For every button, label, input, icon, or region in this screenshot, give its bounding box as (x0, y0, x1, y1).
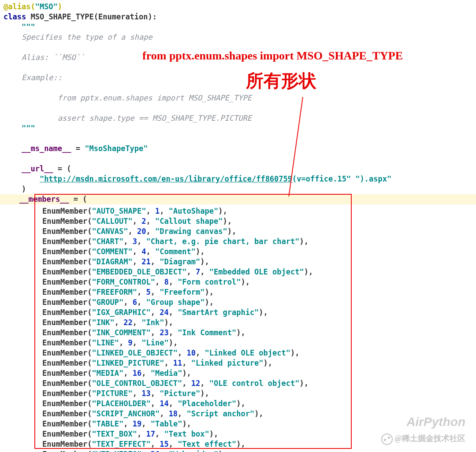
docstring-line: Example:: (22, 73, 62, 82)
watermark-brand: AirPython (406, 417, 465, 427)
decorator-line: @alias("MSO") (4, 2, 62, 11)
members-block: EnumMember("AUTO_SHAPE", 1, "AutoShape")… (0, 204, 476, 452)
wechat-icon (381, 433, 393, 445)
ms-name-value: "MsoShapeType" (85, 144, 148, 153)
ms-name-attr: __ms_name__ (22, 144, 71, 153)
docstring-line: from pptx.enum.shapes import MSO_SHAPE_T… (40, 93, 252, 102)
docstring-line: Alias: ``MSO`` (22, 53, 85, 62)
code-block: @alias("MSO") class MSO_SHAPE_TYPE(Enume… (0, 0, 476, 194)
annotation-all-shapes-text: 所有形状 (246, 76, 316, 86)
url-attr: __url__ (22, 164, 53, 173)
class-name: MSO_SHAPE_TYPE (30, 12, 93, 21)
docstring-close: """ (22, 124, 35, 133)
docstring-line: Specifies the type of a shape (22, 33, 152, 41)
highlighted-line: __members__ = ( (0, 194, 476, 204)
members-attr: __members__ (19, 195, 69, 204)
annotation-import-text: from pptx.enum.shapes import MSO_SHAPE_T… (142, 51, 403, 61)
url-link[interactable]: "http://msdn.microsoft.com/en-us/library… (40, 174, 292, 183)
docstring-open: """ (22, 22, 35, 31)
watermark-footer: @稀土掘金技术社区 (381, 433, 465, 445)
docstring-line: assert shape.type == MSO_SHAPE_TYPE.PICT… (40, 114, 252, 122)
url-tail: (v=office.15" ").aspx" (292, 174, 391, 183)
class-keyword: class (4, 12, 26, 21)
